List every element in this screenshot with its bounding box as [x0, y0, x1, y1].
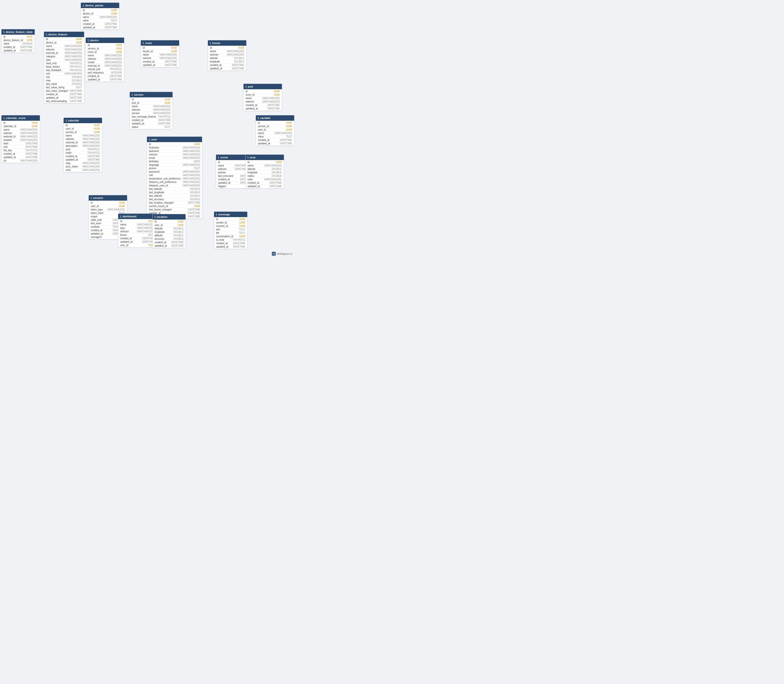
table-row: nameVARCHAR(255) [246, 164, 284, 168]
table-row: last_valueDOUBLE [44, 82, 84, 86]
field-type: VARCHAR(255) [183, 146, 200, 149]
field-name: updated_at [210, 67, 225, 70]
field-type: VARCHAR(255) [82, 169, 100, 171]
table-t_area: t_areaidUUIDnameVARCHAR(255)latitudeDOUB… [245, 155, 284, 189]
table-body-t_house: idUUIDnameVARCHAR(255)selectorVARCHAR(25… [208, 46, 246, 71]
field-name: boxes [120, 234, 135, 236]
table-t_room: t_roomidUUIDhouse_idUUIDnameVARCHAR(255)… [140, 40, 179, 67]
field-name: last_latitude [149, 187, 164, 190]
field-type: UUID [274, 94, 280, 96]
field-type: DATETIME [270, 185, 282, 187]
field-type: VARCHAR(255) [183, 153, 200, 156]
table-row: selectorVARCHAR(255) [118, 230, 156, 233]
field-type: UUID [177, 224, 184, 226]
field-name: created_at [248, 181, 262, 184]
field-name: file [216, 232, 231, 234]
field-type: VARCHAR(255) [153, 105, 171, 108]
field-type: UUID [194, 143, 200, 145]
field-name: name [83, 16, 98, 18]
table-row: urlVARCHAR(255) [2, 159, 40, 162]
table-row: updated_atDATETIME [208, 67, 246, 70]
field-name: created_at [3, 46, 18, 48]
field-type: UUID [32, 125, 38, 127]
field-name: url [3, 159, 18, 162]
table-row: valueTEXT [256, 135, 294, 139]
field-name: firstname [149, 146, 164, 149]
table-body-t_calendar_event: idUUIDcalendar_idUUIDnameVARCHAR(255)sel… [2, 121, 40, 163]
field-name: type [46, 58, 61, 61]
table-row: user_idUUID [118, 244, 156, 247]
field-name: selector [149, 153, 164, 156]
field-name: name [258, 132, 272, 134]
table-t_pod: t_podidUUIDroom_idUUIDnameVARCHAR(255)se… [243, 84, 282, 111]
table-header-t_calendar: t_calendar [64, 118, 102, 123]
table-row: has_message_featureTINYINT(1) [130, 115, 172, 118]
field-name: latitude [155, 227, 169, 230]
field-name: created_at [210, 64, 225, 66]
field-name: read_only [46, 62, 61, 65]
table-row: selectorVARCHAR(255) [141, 56, 179, 60]
field-name: id [66, 124, 80, 127]
table-row: nameVARCHAR(255) [130, 105, 172, 108]
table-row: lastnameVARCHAR(255) [147, 150, 202, 153]
table-row: created_atDATETIME [208, 63, 246, 67]
table-row: updated_atDATETIME [141, 63, 179, 67]
field-name: accuracy [155, 237, 169, 240]
table-row: radiusDOUBLE [246, 174, 284, 178]
field-type: UUID [239, 225, 245, 227]
field-name: full_day [3, 149, 18, 152]
field-name: sender_id [216, 221, 231, 224]
table-row: idUUID [81, 9, 119, 12]
field-type: UUID [239, 221, 245, 224]
table-row: created_atDATETIME [130, 118, 172, 122]
field-type: VARCHAR(255) [183, 181, 200, 184]
table-t_dashboard: t_dashboardidUUIDnameVARCHAR(255)typeVAR… [118, 213, 157, 248]
field-type: VARCHAR(255) [275, 132, 292, 134]
field-name: name [88, 54, 103, 57]
table-row: sync_tokenVARCHAR(255) [64, 165, 102, 168]
table-row: nameVARCHAR(255) [243, 97, 282, 100]
table-row: versionVARCHAR(255) [130, 111, 172, 115]
table-row: device_idUUID [81, 12, 119, 16]
field-name: created_at [216, 242, 231, 245]
table-row: idUUID [89, 201, 127, 205]
field-type: DOUBLE [190, 195, 200, 197]
field-type: VARCHAR(255) [264, 164, 282, 167]
table-row: updated_atDATETIME [256, 142, 294, 145]
field-name: external_id [66, 141, 80, 144]
field-name: created_at [120, 237, 135, 240]
field-type: VARCHAR(255) [64, 52, 82, 54]
field-name: service_id [88, 47, 103, 50]
table-row: updated_atDATETIME [214, 245, 247, 248]
field-type: DATETIME [280, 142, 292, 145]
table-row: current_house_idUUID [147, 205, 202, 208]
field-type: DOUBLE [234, 57, 244, 60]
table-row: updated_atDATETIME [243, 107, 282, 110]
table-header-t_room: t_room [141, 40, 179, 46]
field-type: UUID [286, 125, 292, 127]
field-name: created_at [155, 241, 169, 244]
field-name: room_id [88, 51, 103, 53]
table-row: statusTEXT [130, 126, 172, 129]
field-name: updated_at [83, 26, 98, 29]
field-name: unit [46, 72, 61, 75]
table-row: maxDOUBLE [44, 79, 84, 82]
table-row: room_idUUID [243, 93, 282, 97]
table-body-t_location: idUUIDuser_idUUIDlatitudeDOUBLElongitude… [153, 219, 185, 248]
table-row: calendar_idUUID [2, 125, 40, 128]
table-t_calendar_event: t_calendar_eventidUUIDcalendar_idUUIDnam… [1, 115, 40, 163]
field-name: id [246, 90, 260, 93]
field-name: scope [91, 215, 105, 218]
table-row: receiver_idUUID [214, 224, 247, 228]
field-type: DATETIME [26, 145, 38, 148]
table-header-t_message: t_message [214, 212, 247, 217]
field-name: email [149, 156, 164, 159]
table-row: nameVARCHAR(255) [2, 128, 40, 132]
field-name: id [83, 9, 98, 11]
table-row: emailVARCHAR(255) [147, 156, 202, 160]
field-type: DATETIME [105, 23, 117, 25]
table-row: fileTEXT [214, 231, 247, 235]
field-name: description [66, 145, 80, 147]
table-row: last_accuracyDOUBLE [147, 198, 202, 201]
field-name: external_id [46, 52, 61, 54]
